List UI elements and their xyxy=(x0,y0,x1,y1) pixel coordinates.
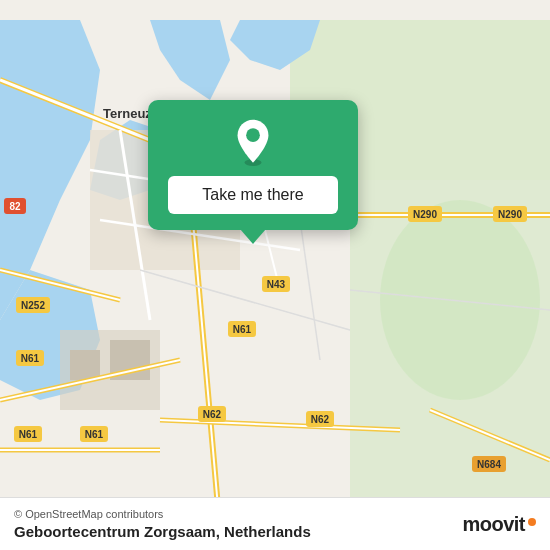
svg-text:N61: N61 xyxy=(85,429,104,440)
location-name: Geboortecentrum Zorgsaam, Netherlands xyxy=(14,523,311,540)
svg-text:N62: N62 xyxy=(203,409,222,420)
take-me-there-button[interactable]: Take me there xyxy=(168,176,338,214)
svg-text:82: 82 xyxy=(9,201,21,212)
moovit-logo: moovit xyxy=(462,513,536,536)
svg-text:N61: N61 xyxy=(21,353,40,364)
moovit-dot xyxy=(528,518,536,526)
svg-text:N290: N290 xyxy=(498,209,522,220)
svg-text:N290: N290 xyxy=(413,209,437,220)
svg-text:N62: N62 xyxy=(311,414,330,425)
map-popup: Take me there xyxy=(148,100,358,230)
map-container[interactable]: N290 N290 N252 N61 N61 N61 N43 N61 N62 N… xyxy=(0,0,550,550)
svg-point-63 xyxy=(246,128,260,142)
svg-text:N61: N61 xyxy=(19,429,38,440)
bottom-bar-info: © OpenStreetMap contributors Geboortecen… xyxy=(14,508,311,540)
svg-point-3 xyxy=(380,200,540,400)
osm-credit: © OpenStreetMap contributors xyxy=(14,508,311,520)
svg-text:N684: N684 xyxy=(477,459,501,470)
svg-text:N61: N61 xyxy=(233,324,252,335)
svg-rect-10 xyxy=(70,350,100,380)
svg-text:N43: N43 xyxy=(267,279,286,290)
moovit-wordmark: moovit xyxy=(462,513,525,536)
bottom-bar: © OpenStreetMap contributors Geboortecen… xyxy=(0,497,550,550)
location-pin-icon xyxy=(229,118,277,166)
svg-text:N252: N252 xyxy=(21,300,45,311)
map-svg: N290 N290 N252 N61 N61 N61 N43 N61 N62 N… xyxy=(0,0,550,550)
